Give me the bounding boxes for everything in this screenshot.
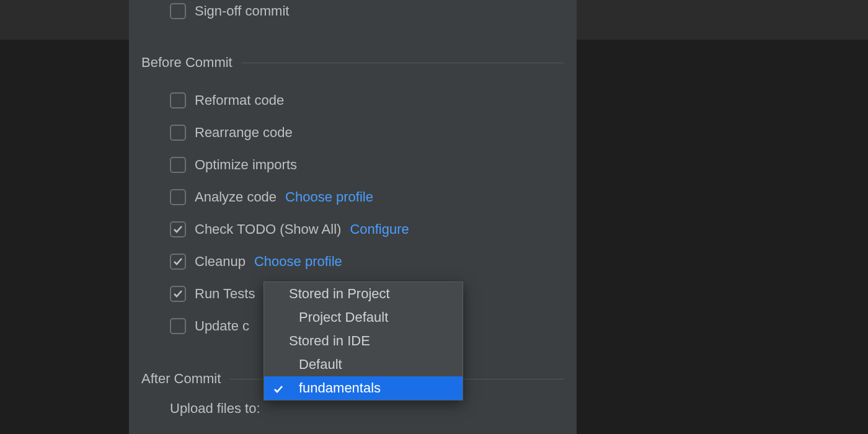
before-commit-row: CleanupChoose profile	[129, 246, 577, 278]
before-commit-title: Before Commit	[141, 55, 232, 71]
option-label: Run Tests	[195, 286, 255, 302]
popup-option[interactable]: Default	[264, 353, 463, 376]
signoff-commit-row: Sign-off commit	[129, 0, 577, 27]
option-label: Rearrange code	[195, 125, 293, 141]
option-label: Cleanup	[195, 254, 246, 270]
signoff-commit-label: Sign-off commit	[195, 3, 289, 19]
option-label: Optimize imports	[195, 157, 297, 173]
checkbox[interactable]	[170, 157, 186, 173]
popup-group-header: Stored in Project	[264, 282, 463, 306]
before-commit-header: Before Commit	[129, 55, 577, 71]
checkmark-icon	[172, 256, 184, 267]
option-label: Check TODO (Show All)	[195, 221, 341, 237]
popup-option[interactable]: Project Default	[264, 306, 463, 329]
before-commit-row: Rearrange code	[129, 117, 577, 149]
checkmark-icon	[172, 224, 184, 235]
after-commit-title: After Commit	[141, 371, 221, 387]
checkbox[interactable]	[170, 318, 186, 334]
upload-files-label: Upload files to:	[129, 401, 577, 417]
checkmark-icon	[172, 288, 184, 299]
checkbox[interactable]	[170, 286, 186, 302]
option-link[interactable]: Choose profile	[285, 189, 373, 205]
before-commit-row: Reformat code	[129, 84, 577, 117]
popup-group-header: Stored in IDE	[264, 329, 463, 353]
before-commit-row: Check TODO (Show All)Configure	[129, 213, 577, 246]
option-link[interactable]: Choose profile	[254, 254, 342, 270]
popup-option[interactable]: fundamentals	[264, 376, 463, 400]
checkbox[interactable]	[170, 125, 186, 141]
profile-dropdown-popup[interactable]: Stored in ProjectProject DefaultStored i…	[264, 281, 463, 401]
option-link[interactable]: Configure	[350, 221, 409, 237]
option-label: Reformat code	[195, 92, 284, 108]
before-commit-row: Optimize imports	[129, 149, 577, 181]
checkbox[interactable]	[170, 254, 186, 270]
checkmark-icon	[273, 384, 284, 395]
option-label: Update c	[195, 318, 249, 334]
checkbox[interactable]	[170, 189, 186, 205]
divider-line	[241, 63, 564, 63]
option-label: Analyze code	[195, 189, 277, 205]
before-commit-row: Analyze codeChoose profile	[129, 181, 577, 213]
checkbox[interactable]	[170, 92, 186, 108]
checkbox[interactable]	[170, 221, 186, 237]
signoff-commit-checkbox[interactable]	[170, 3, 186, 19]
